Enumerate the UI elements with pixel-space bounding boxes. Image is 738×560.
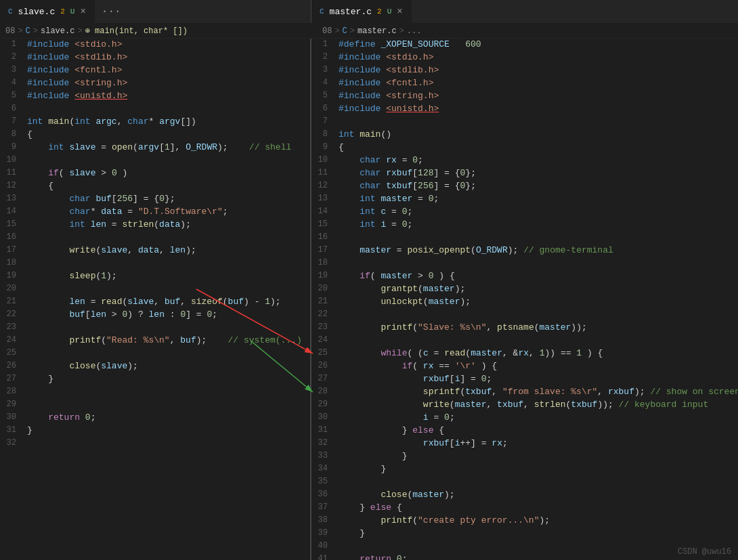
table-row: 39 } (311, 527, 738, 540)
table-row: 11 if( slave > 0 ) (0, 167, 310, 180)
table-row: 23 printf("Slave: %s\n", ptsname(master)… (311, 322, 738, 335)
tab-master-badge2: U (387, 7, 392, 16)
left-editor-pane: 1 #include <stdio.h> 2 #include <stdlib.… (0, 39, 311, 560)
table-row: 40 (311, 540, 738, 553)
table-row: 21 unlockpt(master); (311, 296, 738, 309)
bc-num2: 08 (322, 26, 332, 36)
table-row: 5 #include <string.h> (311, 90, 738, 103)
table-row: 37 } else { (311, 502, 738, 515)
table-row: 15 int i = 0; (311, 219, 738, 232)
table-row: 24 (311, 335, 738, 347)
table-row: 1 #define _XOPEN_SOURCE 600 (311, 39, 738, 51)
table-row: 7 int main(int argc, char* argv[]) (0, 116, 310, 129)
table-row: 31 } (0, 425, 310, 437)
table-row: 3 #include <fcntl.h> (0, 64, 310, 77)
table-row: 14 char* data = "D.T.Software\r"; (0, 206, 310, 219)
table-row: 9 { (311, 142, 738, 154)
table-row: 26 close(slave); (0, 360, 310, 373)
table-row: 13 int master = 0; (311, 193, 738, 206)
bc-main-fn: ⊕ main(int, char* []) (85, 26, 188, 36)
table-row: 15 int len = strlen(data); (0, 219, 310, 232)
table-row: 19 if( master > 0 ) { (311, 270, 738, 283)
table-row: 8 { (0, 129, 310, 142)
left-code-table: 1 #include <stdio.h> 2 #include <stdlib.… (0, 39, 310, 450)
watermark: CSDN @uwu16 (678, 547, 731, 557)
table-row: 31 } else { (311, 425, 738, 437)
table-row: 36 close(master); (311, 489, 738, 502)
table-row: 41 return 0; (311, 553, 738, 560)
table-row: 2 #include <stdlib.h> (0, 51, 310, 64)
table-row: 21 len = read(slave, buf, sizeof(buf) - … (0, 296, 310, 309)
table-row: 10 (0, 154, 310, 167)
table-row: 30 i = 0; (311, 412, 738, 425)
table-row: 25 (0, 347, 310, 360)
tab-slave-badge: 2 (60, 7, 65, 16)
tab-master-icon: C (320, 7, 324, 16)
table-row: 1 #include <stdio.h> (0, 39, 310, 51)
table-row: 33 } (311, 450, 738, 463)
left-breadcrumb: 08 > C > slave.c > ⊕ main(int, char* []) (5, 26, 317, 36)
table-row: 24 printf("Read: %s\n", buf); // system(… (0, 335, 310, 347)
table-row: 32 rxbuf[i++] = rx; (311, 437, 738, 450)
table-row: 17 master = posix_openpt(O_RDWR); // gno… (311, 244, 738, 257)
left-code-area[interactable]: 1 #include <stdio.h> 2 #include <stdlib.… (0, 39, 310, 560)
table-row: 22 buf[len > 0) ? len : 0] = 0; (0, 309, 310, 322)
tab-master-badge: 2 (377, 7, 382, 16)
table-row: 30 return 0; (0, 412, 310, 425)
table-row: 9 int slave = open(argv[1], O_RDWR); // … (0, 142, 310, 154)
table-row: 16 (311, 232, 738, 244)
table-row: 17 write(slave, data, len); (0, 244, 310, 257)
table-row: 27 rxbuf[i] = 0; (311, 373, 738, 386)
bc-ellipsis: ... (407, 26, 422, 36)
table-row: 26 if( rx == '\r' ) { (311, 360, 738, 373)
table-row: 16 (0, 232, 310, 244)
table-row: 13 char buf[256] = {0}; (0, 193, 310, 206)
right-editor-pane: 1 #define _XOPEN_SOURCE 600 2 #include <… (311, 39, 738, 560)
close-slave-icon[interactable]: × (80, 6, 85, 17)
bc-num: 08 (5, 26, 15, 36)
table-row: 4 #include <string.h> (0, 77, 310, 90)
table-row: 12 { (0, 180, 310, 193)
tab-slave[interactable]: C slave.c 2 U × (0, 0, 95, 23)
table-row: 6 (0, 103, 310, 116)
table-row: 7 (311, 116, 738, 129)
table-row: 6 #include <unistd.h> (311, 103, 738, 116)
table-row: 19 sleep(1); (0, 270, 310, 283)
table-row: 32 (0, 437, 310, 450)
table-row: 29 write(master, txbuf, strlen(txbuf)); … (311, 399, 738, 412)
table-row: 8 int main() (311, 129, 738, 142)
close-master-icon[interactable]: × (397, 6, 402, 17)
bc-c-icon: C (26, 26, 30, 36)
tab-slave-label: slave.c (18, 7, 56, 17)
left-tab-group: C slave.c 2 U × ··· (0, 0, 311, 23)
table-row: 28 (0, 386, 310, 399)
table-row: 18 (0, 257, 310, 270)
tab-bar: C slave.c 2 U × ··· C master.c 2 U × (0, 0, 738, 24)
table-row: 10 char rx = 0; (311, 154, 738, 167)
table-row: 18 (311, 257, 738, 270)
right-breadcrumb: 08 > C > master.c > ... (317, 26, 733, 36)
table-row: 25 while( (c = read(master, &rx, 1)) == … (311, 347, 738, 360)
table-row: 5 #include <unistd.h> (0, 90, 310, 103)
table-row: 20 grantpt(master); (311, 283, 738, 296)
table-row: 27 } (0, 373, 310, 386)
left-tab-more[interactable]: ··· (95, 0, 128, 23)
tab-master[interactable]: C master.c 2 U × (311, 0, 412, 23)
tab-slave-icon: C (8, 7, 13, 16)
bc-master-file: master.c (357, 26, 397, 36)
table-row: 22 (311, 309, 738, 322)
tab-slave-badge2: U (70, 7, 75, 16)
table-row: 14 int c = 0; (311, 206, 738, 219)
right-tab-group: C master.c 2 U × (311, 0, 738, 23)
table-row: 23 (0, 322, 310, 335)
table-row: 4 #include <fcntl.h> (311, 77, 738, 90)
bc-c-icon2: C (343, 26, 347, 36)
table-row: 12 char txbuf[256] = {0}; (311, 180, 738, 193)
table-row: 3 #include <stdlib.h> (311, 64, 738, 77)
tab-master-label: master.c (330, 7, 372, 17)
right-code-table: 1 #define _XOPEN_SOURCE 600 2 #include <… (311, 39, 738, 560)
bc-slave-file: slave.c (41, 26, 74, 36)
table-row: 20 (0, 283, 310, 296)
editor-area: 1 #include <stdio.h> 2 #include <stdlib.… (0, 39, 738, 560)
right-code-area[interactable]: 1 #define _XOPEN_SOURCE 600 2 #include <… (311, 39, 738, 560)
